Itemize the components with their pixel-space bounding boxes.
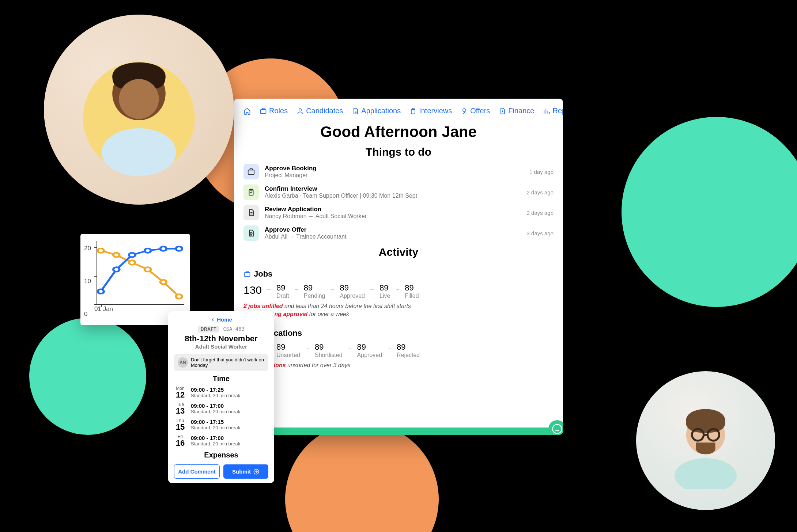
blob-teal-right <box>622 117 797 307</box>
pipeline-step[interactable]: 89 Draft <box>276 283 289 299</box>
svg-point-13 <box>129 260 135 265</box>
arrow-icon: → <box>386 342 392 352</box>
chart-axes <box>97 241 184 305</box>
todo-title: Review Application <box>265 206 521 213</box>
timesheet-card: Home DRAFT CSA-483 8th-12th November Adu… <box>168 311 274 483</box>
nav-label: Offers <box>470 107 490 115</box>
nav-reports[interactable]: Reports <box>543 107 563 115</box>
svg-point-21 <box>160 247 167 251</box>
back-home[interactable]: Home <box>174 316 268 323</box>
timesheet-role: Adult Social Worker <box>174 343 268 350</box>
status-badge: DRAFT <box>198 326 219 332</box>
arrow-icon: → <box>369 283 375 293</box>
todo-item[interactable]: Review Application Nancy Rothman→Adult S… <box>243 205 554 220</box>
timesheet-row[interactable]: Tue 13 09:00 - 17:00 Standard, 20 min br… <box>174 402 268 415</box>
dashboard-window: Roles Candidates Applications Interviews… <box>234 99 563 435</box>
todo-title: Approve Offer <box>265 226 521 233</box>
apps-alerts: 10 applications unsorted for over 3 days <box>243 362 554 369</box>
step-label: Filled <box>405 293 419 299</box>
pipeline-step[interactable]: 89 Approved <box>340 283 365 299</box>
nav-candidates[interactable]: Candidates <box>296 107 343 115</box>
nav-label: Interviews <box>419 107 452 115</box>
smiley-icon[interactable] <box>548 420 563 435</box>
step-value: 89 <box>379 283 390 293</box>
photo-left <box>44 15 234 205</box>
day-number: 16 <box>174 439 186 447</box>
todo-item[interactable]: Approve Offer Abdul Ali→Trainee Accounta… <box>243 225 554 241</box>
step-label: Rejected <box>397 352 420 358</box>
svg-rect-6 <box>248 170 254 174</box>
briefcase-icon <box>243 270 251 278</box>
hours-sub: Standard, 20 min break <box>191 393 240 398</box>
nav-finance[interactable]: Finance <box>499 107 534 115</box>
note-text: Don't forget that you didn't work on Mon… <box>191 357 265 368</box>
step-value: 89 <box>276 342 300 352</box>
svg-point-17 <box>98 289 104 294</box>
svg-point-26 <box>119 79 159 119</box>
pipeline-step[interactable]: 89 Rejected <box>397 342 420 358</box>
pipeline-step[interactable]: 89 Shortlisted <box>315 342 343 358</box>
todo-time: 1 day ago <box>529 169 554 175</box>
svg-point-1 <box>299 109 302 111</box>
svg-point-3 <box>463 109 466 111</box>
day-number: 15 <box>174 423 186 431</box>
todo-icon <box>243 164 259 179</box>
photo-right <box>636 371 775 510</box>
blob-teal-left <box>29 318 146 435</box>
jobs-label: Jobs <box>254 269 272 279</box>
ytick: 20 <box>84 245 91 252</box>
expenses-heading: Expenses <box>174 451 268 459</box>
todo-icon <box>243 205 259 220</box>
timesheet-row[interactable]: Thu 15 09:00 - 17:15 Standard, 20 min br… <box>174 418 268 431</box>
applications-heading: Applications <box>243 328 554 338</box>
hours-sub: Standard, 20 min break <box>191 441 240 446</box>
todo-list: Approve Booking Project Manager 1 day ag… <box>243 164 554 241</box>
todo-time: 3 days ago <box>527 230 554 236</box>
svg-point-20 <box>145 248 151 253</box>
svg-rect-0 <box>261 109 266 113</box>
step-value: 89 <box>397 342 420 352</box>
add-comment-button[interactable]: Add Comment <box>174 464 220 479</box>
timesheet-ref: CSA-483 <box>223 326 245 332</box>
timesheet-row[interactable]: Mon 12 09:00 - 17:25 Standard, 20 min br… <box>174 386 268 399</box>
submit-button[interactable]: Submit <box>223 464 268 479</box>
svg-rect-9 <box>245 273 250 277</box>
arrow-icon: → <box>305 342 310 352</box>
step-label: Pending <box>304 293 325 299</box>
nav-label: Applications <box>361 107 401 115</box>
step-label: Shortlisted <box>315 352 343 358</box>
timesheet-title: 8th-12th November <box>174 334 268 343</box>
hours: 09:00 - 17:00 <box>191 435 240 441</box>
step-value: 89 <box>304 283 325 293</box>
day-number: 13 <box>174 407 186 415</box>
pipeline-step[interactable]: 89 Pending <box>304 283 325 299</box>
pipeline-step[interactable]: 89 Live <box>379 283 390 299</box>
nav-interviews[interactable]: Interviews <box>409 107 452 115</box>
home-label: Home <box>217 316 232 323</box>
ytick: 10 <box>84 278 91 285</box>
submit-label: Submit <box>232 468 251 475</box>
hours: 09:00 - 17:15 <box>191 419 240 425</box>
svg-point-16 <box>176 294 182 299</box>
nav-applications[interactable]: Applications <box>352 107 401 115</box>
note-avatar: AN <box>178 357 188 368</box>
jobs-heading: Jobs <box>243 269 554 279</box>
todo-item[interactable]: Approve Booking Project Manager 1 day ag… <box>243 164 554 179</box>
pipeline-step[interactable]: 89 Filled <box>405 283 419 299</box>
xtick: 01 Jan <box>94 305 113 313</box>
step-value: 89 <box>357 342 382 352</box>
nav-roles[interactable]: Roles <box>260 107 288 115</box>
blob-orange-bottom <box>285 422 439 532</box>
pipeline-step[interactable]: 89 Approved <box>357 342 382 358</box>
ytick: 0 <box>84 311 87 318</box>
pipeline-step[interactable]: 89 Unsorted <box>276 342 300 358</box>
home-icon[interactable] <box>243 107 251 115</box>
hours-sub: Standard, 20 min break <box>191 425 240 430</box>
todo-item[interactable]: Confirm Interview Alexis Garba · Team Su… <box>243 185 554 200</box>
timesheet-row[interactable]: Fri 16 09:00 - 17:00 Standard, 20 min br… <box>174 434 268 447</box>
step-label: Live <box>379 293 390 299</box>
alert: 10 applications unsorted for over 3 days <box>243 362 554 369</box>
day-number: 12 <box>174 391 186 399</box>
top-nav: Roles Candidates Applications Interviews… <box>243 107 554 115</box>
nav-offers[interactable]: Offers <box>461 107 490 115</box>
